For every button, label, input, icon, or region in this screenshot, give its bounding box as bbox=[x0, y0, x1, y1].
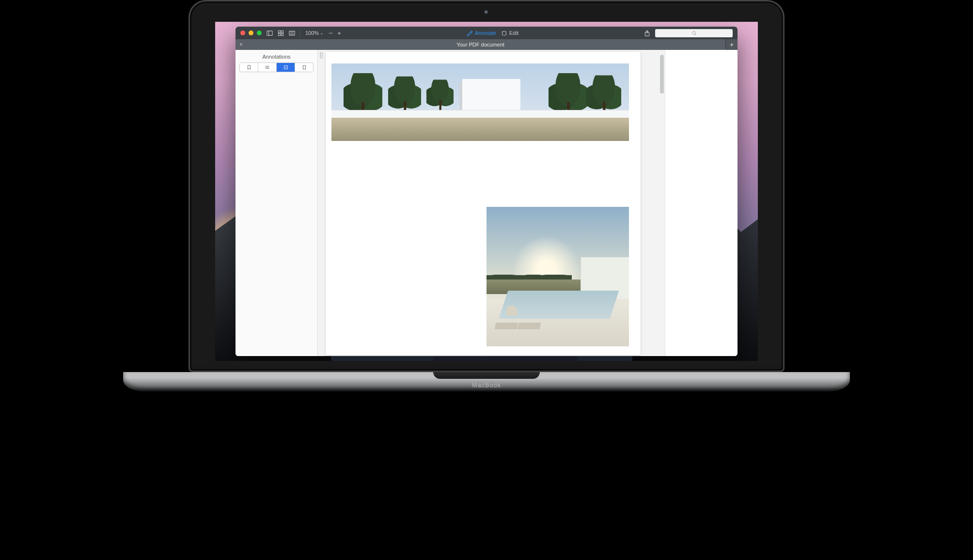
zoom-dropdown[interactable]: 100% ⌄ bbox=[305, 30, 324, 36]
bookmarks-tab[interactable] bbox=[240, 63, 258, 72]
share-button[interactable] bbox=[644, 30, 650, 36]
bookmark-icon bbox=[247, 65, 251, 70]
sidebar-toggle-button[interactable] bbox=[267, 30, 273, 36]
device-label: MacBook bbox=[472, 381, 501, 389]
thumbnail-view-button[interactable] bbox=[278, 30, 284, 36]
contact-sheet-button[interactable] bbox=[289, 30, 295, 36]
edit-label: Edit bbox=[509, 30, 518, 36]
minimize-window-button[interactable] bbox=[249, 31, 253, 35]
main-area: Annotations bbox=[235, 50, 738, 356]
svg-line-12 bbox=[695, 34, 696, 35]
document-canvas[interactable] bbox=[318, 50, 665, 356]
ruler-grip[interactable] bbox=[320, 52, 323, 59]
desktop-wallpaper: 100% ⌄ − + Annotate Edit bbox=[215, 22, 758, 361]
svg-rect-2 bbox=[278, 31, 280, 32]
annotations-tab[interactable] bbox=[277, 63, 295, 72]
close-window-button[interactable] bbox=[240, 31, 245, 35]
svg-rect-0 bbox=[267, 31, 272, 35]
tab-title: Your PDF document bbox=[456, 42, 504, 47]
svg-rect-6 bbox=[289, 31, 295, 35]
window-controls bbox=[240, 31, 262, 35]
zoom-value: 100% bbox=[305, 30, 319, 36]
annotate-label: Annotate bbox=[475, 30, 496, 36]
svg-point-17 bbox=[265, 67, 266, 67]
document-tab[interactable]: × Your PDF document bbox=[235, 39, 726, 50]
svg-point-16 bbox=[265, 66, 266, 66]
app-window: 100% ⌄ − + Annotate Edit bbox=[235, 27, 738, 356]
svg-rect-4 bbox=[278, 33, 280, 35]
pdf-page[interactable] bbox=[326, 52, 641, 355]
chevron-down-icon: ⌄ bbox=[320, 31, 324, 35]
page-icon bbox=[302, 65, 307, 70]
sidebar-panel: Annotations bbox=[235, 50, 318, 356]
annotate-mode-button[interactable]: Annotate bbox=[467, 30, 496, 36]
macbook-bezel: 100% ⌄ − + Annotate Edit bbox=[188, 0, 785, 372]
document-image-1 bbox=[331, 63, 629, 141]
macbook-frame: 100% ⌄ − + Annotate Edit bbox=[188, 0, 785, 391]
thumbnails-tab[interactable] bbox=[295, 63, 313, 72]
annotation-icon bbox=[283, 65, 288, 70]
svg-rect-3 bbox=[281, 31, 283, 32]
svg-point-18 bbox=[265, 68, 266, 69]
macbook-base: MacBook bbox=[123, 372, 850, 391]
toolbar: 100% ⌄ − + Annotate Edit bbox=[235, 27, 738, 39]
outline-tab[interactable] bbox=[258, 63, 277, 72]
search-icon bbox=[691, 31, 697, 36]
sidebar-title: Annotations bbox=[235, 50, 317, 62]
inspector-panel bbox=[665, 50, 738, 356]
view-mode-group bbox=[267, 30, 295, 36]
search-input[interactable] bbox=[655, 29, 733, 37]
macbook-camera bbox=[484, 10, 489, 15]
vertical-scrollbar[interactable] bbox=[660, 55, 664, 93]
edit-mode-button[interactable]: Edit bbox=[501, 30, 518, 36]
close-tab-button[interactable]: × bbox=[239, 42, 243, 47]
document-image-2 bbox=[486, 207, 629, 346]
svg-rect-5 bbox=[281, 33, 283, 35]
add-tab-button[interactable]: + bbox=[726, 39, 738, 50]
zoom-out-button[interactable]: − bbox=[329, 29, 332, 37]
svg-rect-21 bbox=[303, 65, 305, 69]
sidebar-segmented-control bbox=[239, 62, 314, 72]
zoom-in-button[interactable]: + bbox=[337, 30, 341, 37]
outline-icon bbox=[265, 65, 270, 70]
fullscreen-window-button[interactable] bbox=[257, 31, 262, 35]
svg-point-11 bbox=[692, 31, 695, 34]
toolbar-separator bbox=[300, 30, 300, 36]
tab-bar: × Your PDF document + bbox=[235, 39, 738, 50]
